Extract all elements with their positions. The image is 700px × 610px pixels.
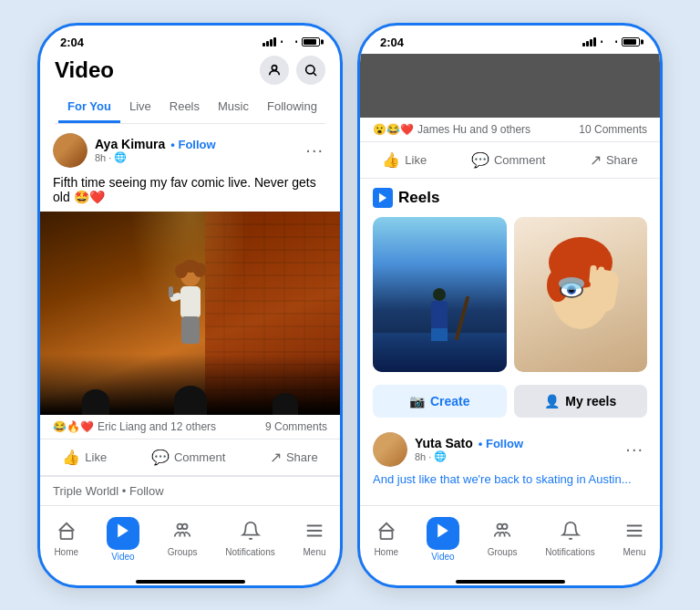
- reel-buttons-row: 📷 Create 👤 My reels: [360, 377, 660, 425]
- svg-marker-18: [379, 192, 386, 202]
- video-icon: [114, 522, 132, 544]
- search-icon[interactable]: [296, 56, 325, 85]
- nav-video-r[interactable]: Video: [419, 513, 467, 565]
- svg-line-2: [314, 73, 316, 76]
- like-button[interactable]: 👍 Like: [51, 443, 118, 471]
- tab-for-you[interactable]: For You: [58, 92, 120, 123]
- post-image-inner: [40, 212, 340, 415]
- nav-video[interactable]: Video: [99, 513, 147, 565]
- post-username: Aya Kimura • Follow: [95, 137, 216, 151]
- svg-marker-12: [118, 524, 129, 538]
- phone-left: 2:04 ⋅ ⋅ Video: [37, 23, 343, 588]
- nav-notifications-r[interactable]: Notifications: [538, 517, 602, 561]
- svg-marker-31: [438, 524, 448, 538]
- post2-username: Yuta Sato • Follow: [415, 436, 523, 450]
- bottom-nav-right: Home Video Groups Notifications: [360, 505, 660, 576]
- reaction-summary: 😂🔥❤️ Eric Liang and 12 others: [53, 420, 216, 433]
- nav-groups-label: Groups: [168, 547, 198, 557]
- share-icon: ↗: [270, 449, 282, 466]
- reaction-emojis-2: 😮😂❤️: [373, 123, 414, 136]
- reel-thumb-1[interactable]: [373, 217, 507, 372]
- nav-video-label: Video: [111, 552, 134, 562]
- nav-groups[interactable]: Groups: [160, 517, 205, 561]
- svg-point-33: [502, 524, 508, 530]
- svg-rect-10: [181, 316, 200, 344]
- nav-menu-r[interactable]: Menu: [616, 517, 654, 561]
- action-bar-2: 👍 Like 💬 Comment ↗ Share: [360, 141, 660, 179]
- tab-music[interactable]: Music: [209, 92, 258, 123]
- title-row: Video: [55, 56, 325, 85]
- svg-point-1: [306, 65, 314, 73]
- bottom-nav-left: Home Video Groups Notifications: [40, 505, 340, 576]
- like-button-2[interactable]: 👍 Like: [371, 146, 438, 174]
- nav-notifications[interactable]: Notifications: [218, 517, 282, 561]
- status-bar-right: 2:04 ⋅ ⋅: [360, 26, 660, 54]
- home-icon: [57, 521, 77, 545]
- tab-live[interactable]: Live: [120, 92, 160, 123]
- nav-notifications-label-r: Notifications: [545, 547, 594, 557]
- video-icon-r: [434, 522, 452, 544]
- svg-point-6: [181, 260, 200, 273]
- tab-following[interactable]: Following: [258, 92, 326, 123]
- audience-head-3: [273, 393, 298, 415]
- my-reels-button[interactable]: 👤 My reels: [514, 385, 648, 418]
- like-icon-2: 👍: [382, 151, 400, 169]
- status-icons-left: ⋅ ⋅: [262, 35, 320, 50]
- nav-home-label-r: Home: [374, 547, 398, 557]
- tabs-row: For You Live Reels Music Following: [55, 92, 325, 124]
- paddler-silhouette: [431, 288, 448, 341]
- post-area: Aya Kimura • Follow 8h · 🌐 ··· Fifth tim…: [40, 124, 340, 505]
- profile-icon[interactable]: [260, 56, 289, 85]
- nav-home[interactable]: Home: [46, 517, 86, 561]
- nav-home-label: Home: [54, 547, 78, 557]
- nav-groups-r[interactable]: Groups: [480, 517, 525, 561]
- comment-button[interactable]: 💬 Comment: [140, 443, 236, 471]
- notifications-icon-r: [561, 521, 581, 545]
- paddler-body: [431, 288, 448, 341]
- post2-header: Yuta Sato • Follow 8h · 🌐 ···: [360, 425, 660, 470]
- follow-button-2[interactable]: • Follow: [479, 437, 523, 450]
- post-image: [40, 212, 340, 415]
- tab-reels[interactable]: Reels: [160, 92, 209, 123]
- comment-count-2[interactable]: 10 Comments: [579, 123, 647, 136]
- comment-count[interactable]: 9 Comments: [265, 420, 327, 433]
- time-right: 2:04: [380, 36, 404, 49]
- wifi-icon: ⋅ ⋅: [280, 35, 298, 50]
- comment-button-2[interactable]: 💬 Comment: [460, 146, 556, 174]
- comment-icon: 💬: [151, 449, 170, 466]
- nav-video-label-r: Video: [431, 552, 454, 562]
- nav-menu[interactable]: Menu: [296, 517, 334, 561]
- comment-icon-2: 💬: [471, 151, 489, 169]
- makeup-person: [514, 217, 648, 372]
- reaction-emojis: 😂🔥❤️: [53, 420, 94, 433]
- reaction-summary-2: 😮😂❤️ James Hu and 9 others: [373, 123, 530, 136]
- face-svg: [540, 235, 622, 354]
- reels-grid: [373, 217, 647, 372]
- share-button-2[interactable]: ↗ Share: [579, 146, 649, 174]
- more-options-button-2[interactable]: ···: [622, 439, 647, 460]
- reaction-names: Eric Liang and 12 others: [98, 420, 216, 433]
- audience-head-2: [174, 386, 207, 415]
- more-options-button[interactable]: ···: [302, 140, 327, 160]
- bullet: ·: [108, 152, 111, 163]
- next-post-preview: Triple Worldl • Follow: [40, 476, 340, 505]
- paddler-head: [433, 288, 446, 301]
- camera-icon: 📷: [409, 394, 425, 408]
- paddler-torso: [431, 301, 448, 328]
- share-button[interactable]: ↗ Share: [259, 443, 329, 471]
- svg-point-14: [182, 524, 188, 530]
- share-icon-2: ↗: [590, 151, 602, 169]
- post2-meta: 8h · 🌐: [415, 450, 523, 462]
- reel-thumb-2[interactable]: [514, 217, 648, 372]
- follow-button[interactable]: • Follow: [170, 138, 215, 151]
- time-left: 2:04: [60, 36, 84, 49]
- create-reel-button[interactable]: 📷 Create: [373, 385, 507, 418]
- video-active-bg-r: [427, 517, 459, 550]
- nav-home-r[interactable]: Home: [366, 517, 406, 561]
- wifi-icon-right: ⋅ ⋅: [600, 35, 618, 50]
- reactions-row-2: 😮😂❤️ James Hu and 9 others 10 Comments: [360, 118, 660, 141]
- post2-user: Yuta Sato • Follow 8h · 🌐: [373, 432, 523, 467]
- post-caption: Fifth time seeing my fav comic live. Nev…: [40, 171, 340, 212]
- like-icon: 👍: [62, 449, 80, 466]
- post2-caption: And just like that we're back to skating…: [360, 470, 660, 488]
